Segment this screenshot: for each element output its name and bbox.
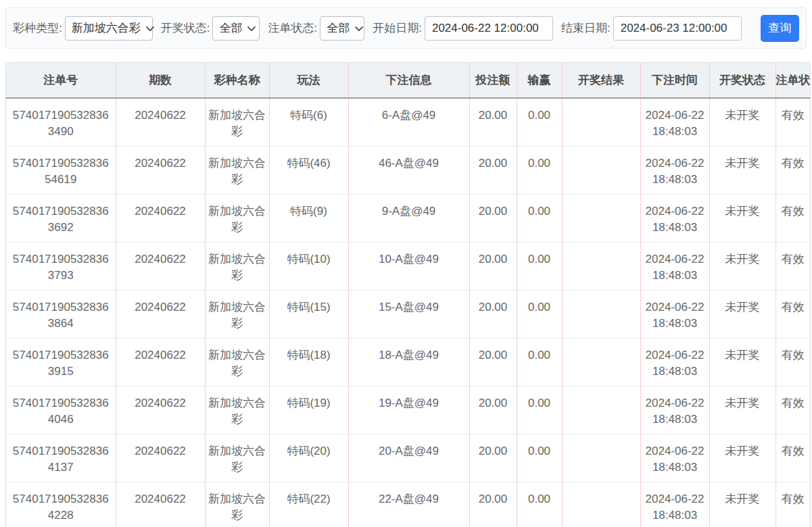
cell-lottery: 新加坡六合彩 bbox=[205, 338, 269, 386]
cell-bet-info: 46-A盘@49 bbox=[348, 146, 469, 194]
bet-status-select[interactable]: 全部 bbox=[320, 16, 364, 41]
table-row: 5740171905328364137 20240622 新加坡六合彩 特码(2… bbox=[6, 434, 810, 482]
table-row: 5740171905328363692 20240622 新加坡六合彩 特码(9… bbox=[6, 194, 810, 242]
cell-draw-status: 未开奖 bbox=[709, 98, 775, 146]
bet-records-table: 注单号 期数 彩种名称 玩法 下注信息 投注额 输赢 开奖结果 下注时间 开奖状… bbox=[5, 62, 811, 527]
cell-win-loss: 0.00 bbox=[517, 338, 562, 386]
cell-draw-status: 未开奖 bbox=[709, 482, 775, 527]
cell-win-loss: 0.00 bbox=[517, 194, 562, 242]
cell-result bbox=[562, 434, 640, 482]
cell-bet-no: 57401719053283654619 bbox=[6, 146, 116, 194]
cell-amount: 20.00 bbox=[469, 290, 517, 338]
cell-bet-no: 5740171905328363915 bbox=[6, 338, 116, 386]
cell-period: 20240622 bbox=[116, 386, 205, 434]
cell-bet-status: 有效 bbox=[775, 146, 810, 194]
table-row: 5740171905328363793 20240622 新加坡六合彩 特码(1… bbox=[6, 242, 810, 290]
cell-period: 20240622 bbox=[116, 98, 205, 146]
cell-draw-status: 未开奖 bbox=[709, 290, 775, 338]
draw-status-select[interactable]: 全部 bbox=[212, 16, 260, 41]
cell-play: 特码(19) bbox=[269, 386, 348, 434]
cell-result bbox=[562, 194, 640, 242]
cell-bet-status: 有效 bbox=[775, 338, 810, 386]
table-row: 5740171905328364228 20240622 新加坡六合彩 特码(2… bbox=[6, 482, 810, 527]
cell-bet-info: 6-A盘@49 bbox=[348, 98, 469, 146]
cell-bet-info: 10-A盘@49 bbox=[348, 242, 469, 290]
cell-bet-no: 5740171905328364137 bbox=[6, 434, 116, 482]
cell-draw-status: 未开奖 bbox=[709, 242, 775, 290]
cell-period: 20240622 bbox=[116, 242, 205, 290]
table-row: 57401719053283654619 20240622 新加坡六合彩 特码(… bbox=[6, 146, 810, 194]
cell-bet-info: 20-A盘@49 bbox=[348, 434, 469, 482]
cell-bet-no: 5740171905328363490 bbox=[6, 98, 116, 146]
cell-amount: 20.00 bbox=[469, 98, 517, 146]
cell-lottery: 新加坡六合彩 bbox=[205, 482, 269, 527]
cell-win-loss: 0.00 bbox=[517, 386, 562, 434]
cell-play: 特码(22) bbox=[269, 482, 348, 527]
cell-bet-time: 2024-06-22 18:48:03 bbox=[640, 482, 709, 527]
cell-bet-time: 2024-06-22 18:48:03 bbox=[640, 338, 709, 386]
cell-result bbox=[562, 386, 640, 434]
lottery-type-label: 彩种类型: bbox=[13, 20, 62, 36]
cell-amount: 20.00 bbox=[469, 338, 517, 386]
cell-result bbox=[562, 482, 640, 527]
chevron-down-icon bbox=[146, 22, 154, 35]
start-date-input[interactable] bbox=[425, 16, 553, 41]
cell-amount: 20.00 bbox=[469, 146, 517, 194]
cell-win-loss: 0.00 bbox=[517, 290, 562, 338]
col-header-bet-status: 注单状态 bbox=[775, 63, 810, 98]
cell-bet-status: 有效 bbox=[775, 194, 810, 242]
cell-win-loss: 0.00 bbox=[517, 146, 562, 194]
cell-draw-status: 未开奖 bbox=[709, 434, 775, 482]
table-header-row: 注单号 期数 彩种名称 玩法 下注信息 投注额 输赢 开奖结果 下注时间 开奖状… bbox=[6, 63, 810, 98]
cell-draw-status: 未开奖 bbox=[709, 194, 775, 242]
cell-period: 20240622 bbox=[116, 290, 205, 338]
cell-bet-no: 5740171905328363793 bbox=[6, 242, 116, 290]
cell-bet-no: 5740171905328363864 bbox=[6, 290, 116, 338]
col-header-lottery: 彩种名称 bbox=[205, 63, 269, 98]
cell-draw-status: 未开奖 bbox=[709, 338, 775, 386]
query-button[interactable]: 查询 bbox=[761, 15, 799, 42]
filter-bar: 彩种类型: 新加坡六合彩 开奖状态: 全部 注单状态: 全部 开始日期: 结束日… bbox=[5, 7, 807, 49]
cell-bet-info: 22-A盘@49 bbox=[348, 482, 469, 527]
cell-play: 特码(9) bbox=[269, 194, 348, 242]
cell-lottery: 新加坡六合彩 bbox=[205, 434, 269, 482]
lottery-type-selected-value: 新加坡六合彩 bbox=[72, 20, 141, 36]
cell-draw-status: 未开奖 bbox=[709, 146, 775, 194]
col-header-period: 期数 bbox=[116, 63, 205, 98]
col-header-bet-no: 注单号 bbox=[6, 63, 116, 98]
cell-lottery: 新加坡六合彩 bbox=[205, 290, 269, 338]
cell-bet-no: 5740171905328363692 bbox=[6, 194, 116, 242]
cell-lottery: 新加坡六合彩 bbox=[205, 98, 269, 146]
cell-bet-time: 2024-06-22 18:48:03 bbox=[640, 242, 709, 290]
lottery-type-select[interactable]: 新加坡六合彩 bbox=[65, 16, 153, 41]
cell-result bbox=[562, 338, 640, 386]
col-header-amount: 投注额 bbox=[469, 63, 517, 98]
cell-bet-time: 2024-06-22 18:48:03 bbox=[640, 434, 709, 482]
cell-amount: 20.00 bbox=[469, 242, 517, 290]
cell-bet-info: 18-A盘@49 bbox=[348, 338, 469, 386]
cell-bet-info: 9-A盘@49 bbox=[348, 194, 469, 242]
cell-bet-time: 2024-06-22 18:48:03 bbox=[640, 146, 709, 194]
cell-amount: 20.00 bbox=[469, 386, 517, 434]
cell-period: 20240622 bbox=[116, 338, 205, 386]
bet-status-selected-value: 全部 bbox=[327, 20, 350, 36]
cell-win-loss: 0.00 bbox=[517, 242, 562, 290]
cell-result bbox=[562, 98, 640, 146]
bet-status-label: 注单状态: bbox=[268, 20, 317, 36]
cell-amount: 20.00 bbox=[469, 434, 517, 482]
start-date-label: 开始日期: bbox=[373, 20, 422, 36]
chevron-down-icon bbox=[355, 22, 363, 35]
table-row: 5740171905328363915 20240622 新加坡六合彩 特码(1… bbox=[6, 338, 810, 386]
cell-bet-status: 有效 bbox=[775, 290, 810, 338]
table-row: 5740171905328364046 20240622 新加坡六合彩 特码(1… bbox=[6, 386, 810, 434]
cell-play: 特码(10) bbox=[269, 242, 348, 290]
table-row: 5740171905328363864 20240622 新加坡六合彩 特码(1… bbox=[6, 290, 810, 338]
cell-bet-status: 有效 bbox=[775, 242, 810, 290]
end-date-input[interactable] bbox=[613, 16, 742, 41]
cell-win-loss: 0.00 bbox=[517, 98, 562, 146]
cell-play: 特码(6) bbox=[269, 98, 348, 146]
col-header-bet-info: 下注信息 bbox=[348, 63, 469, 98]
cell-play: 特码(20) bbox=[269, 434, 348, 482]
cell-win-loss: 0.00 bbox=[517, 434, 562, 482]
cell-bet-info: 15-A盘@49 bbox=[348, 290, 469, 338]
